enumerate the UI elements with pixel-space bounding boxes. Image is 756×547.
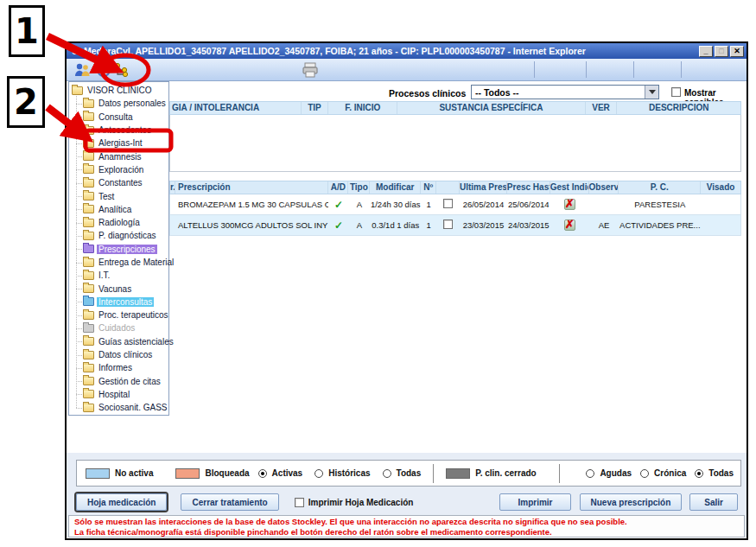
row-checkbox[interactable]: [443, 199, 453, 208]
presc-hasta-value: 25/06/2014: [507, 200, 550, 209]
sidebar-item-informes[interactable]: Informes: [69, 361, 168, 374]
procesos-clinicos-value: -- Todos --: [472, 87, 645, 98]
maximize-button[interactable]: □: [715, 46, 728, 57]
sidebar-item-label: Cuidados: [97, 323, 137, 333]
folder-icon: [83, 112, 94, 121]
radio-todas-tipo-label: Todas: [708, 468, 734, 478]
radio-historicas[interactable]: [314, 469, 323, 478]
legend-bar: No activa Bloqueada Activas Históricas T…: [76, 460, 741, 487]
sidebar-item-label: Guías asistenciales: [97, 337, 175, 347]
sidebar-item-test[interactable]: Test: [69, 189, 168, 202]
mostrar-sensibles-checkbox[interactable]: [671, 87, 681, 97]
minimize-button[interactable]: _: [699, 46, 713, 57]
gest-indic-blocked-icon: [564, 219, 575, 231]
clinical-tree-icon[interactable]: [113, 61, 130, 79]
sidebar-item-label: Interconsultas: [97, 297, 154, 307]
sidebar-item-label: Informes: [97, 363, 134, 372]
folder-icon: [83, 351, 94, 359]
sidebar-item-alergias-int[interactable]: Alergias-Int: [69, 137, 168, 149]
row-checkbox[interactable]: [443, 219, 453, 229]
radio-agudas[interactable]: [586, 469, 594, 478]
printer-icon[interactable]: [302, 61, 321, 79]
prescription-name: BROMAZEPAM 1.5 MG 30 CAPSULAS ORAL: [175, 200, 328, 209]
sidebar-item-guias-asistenciales[interactable]: Guías asistenciales: [69, 335, 168, 348]
sidebar-item-antecedentes[interactable]: Antecedentes: [69, 124, 168, 137]
close-button[interactable]: ✕: [730, 46, 744, 57]
sidebar-item-vacunas[interactable]: Vacunas: [69, 282, 168, 295]
allergy-col-header: SUSTANCIA ESPECÍFICA: [397, 102, 585, 114]
sidebar-item-entrega-de-material[interactable]: Entrega de Material: [69, 256, 168, 269]
prescription-col-header: Visado: [701, 181, 740, 194]
sidebar-item-anamnesis[interactable]: Anamnesis: [69, 149, 168, 162]
sidebar-item-prescripciones[interactable]: Prescripciones: [69, 243, 168, 256]
radio-todas-tipo[interactable]: [695, 469, 703, 478]
sidebar-item-exploracion[interactable]: Exploración: [69, 163, 168, 176]
prescription-col-header: Gest Indic: [550, 181, 589, 194]
dropdown-arrow-button[interactable]: [645, 86, 658, 99]
folder-icon: [83, 245, 94, 253]
sidebar-item-constantes[interactable]: Constantes: [69, 176, 168, 189]
nueva-prescripcion-button[interactable]: Nueva prescripción: [580, 493, 683, 511]
prescription-col-header: Tipo: [348, 181, 370, 194]
step-1-badge: 1: [9, 5, 45, 57]
prescription-col-header: Prescripción: [175, 181, 328, 194]
patients-icon[interactable]: [73, 61, 91, 79]
allergy-table-header: GIA / INTOLERANCIA TIP F. INICIO SUSTANC…: [169, 101, 741, 115]
p-clin-cerrado-label: P. clin. cerrado: [475, 468, 536, 478]
no-activa-swatch: [86, 468, 110, 479]
folder-icon: [83, 311, 94, 320]
imprimir-hoja-checkbox[interactable]: [295, 498, 304, 507]
radio-cronica[interactable]: [640, 469, 649, 478]
sidebar-item-label: Exploración: [97, 165, 145, 175]
sidebar-item-label: Sociosanit. GASS: [97, 403, 168, 412]
sidebar-item-hospital[interactable]: Hospital: [69, 388, 168, 401]
sidebar-item-gestion-de-citas[interactable]: Gestión de citas: [69, 375, 168, 388]
allergy-table-empty-body: [169, 115, 741, 172]
prescription-col-header: Ultima Presc: [460, 181, 507, 194]
prescription-name: ALTELLUS 300MCG ADULTOS SOL INY EN PLU..…: [175, 220, 328, 230]
prescription-row[interactable]: ALTELLUS 300MCG ADULTOS SOL INY EN PLU..…: [169, 215, 741, 236]
procesos-clinicos-dropdown[interactable]: -- Todos --: [471, 85, 659, 99]
prescription-col-header: [436, 181, 460, 194]
sidebar-item-it[interactable]: I.T.: [69, 269, 168, 282]
radio-todas-estado[interactable]: [383, 469, 391, 478]
cerrar-tratamiento-button[interactable]: Cerrar tratamiento: [181, 493, 278, 511]
sidebar-item-radiologia[interactable]: Radiología: [69, 216, 168, 229]
sidebar-item-analitica[interactable]: Analítica: [69, 203, 168, 216]
circle-tool-icon[interactable]: [95, 61, 112, 79]
sidebar-item-datos-clinicos[interactable]: Datos clínicos: [69, 348, 168, 361]
radio-activas[interactable]: [258, 469, 267, 478]
sidebar-item-label: Datos clínicos: [97, 350, 154, 359]
title-bar: e MedoraCyL APELLIDO1_3450787 APELLIDO2_…: [67, 43, 746, 59]
sidebar-item-p-diagnosticas[interactable]: P. diagnósticas: [69, 229, 168, 242]
hoja-medicacion-button[interactable]: Hoja medicación: [76, 493, 167, 511]
warning-line-2: La ficha técnica/monografía está disponi…: [74, 527, 739, 537]
modificar-value[interactable]: 0.3/1d 1 días: [370, 220, 421, 230]
prescription-row[interactable]: BROMAZEPAM 1.5 MG 30 CAPSULAS ORAL ✓ A 1…: [169, 194, 741, 215]
radio-historicas-label: Históricas: [328, 468, 370, 478]
modificar-value[interactable]: 1/24h 30 días: [370, 200, 421, 209]
folder-icon: [83, 99, 94, 108]
folder-icon: [83, 271, 94, 280]
window-title: MedoraCyL APELLIDO1_3450787 APELLIDO2_34…: [84, 46, 696, 56]
sidebar-item-label: Hospital: [97, 390, 131, 399]
folder-icon: [83, 324, 94, 333]
sidebar-item-proc-terapeuticos[interactable]: Proc. terapeuticos: [69, 308, 168, 321]
toolbar: [67, 59, 746, 81]
sidebar-item-visor-clinico[interactable]: VISOR CLÍNICO: [69, 84, 168, 97]
folder-icon: [83, 152, 94, 161]
imprimir-hoja-label: Imprimir Hoja Medicación: [308, 498, 414, 507]
folder-icon: [83, 284, 94, 293]
application-window: e MedoraCyL APELLIDO1_3450787 APELLIDO2_…: [65, 41, 748, 540]
sidebar-item-sociosanit-gass[interactable]: Sociosanit. GASS: [69, 401, 168, 414]
sidebar-item-consulta[interactable]: Consulta: [69, 111, 168, 124]
salir-button[interactable]: Salir: [689, 493, 738, 511]
imprimir-button[interactable]: Imprimir: [499, 493, 570, 511]
sidebar-item-datos-personales[interactable]: Datos personales: [69, 97, 168, 110]
sidebar-item-label: Analítica: [97, 205, 133, 214]
toolbar-separator: [586, 61, 587, 78]
sidebar-item-interconsultas[interactable]: Interconsultas: [69, 296, 168, 308]
presc-hasta-value: 24/03/2015: [507, 220, 550, 230]
bloqueada-swatch: [175, 468, 200, 479]
radio-todas-estado-label: Todas: [397, 468, 422, 478]
